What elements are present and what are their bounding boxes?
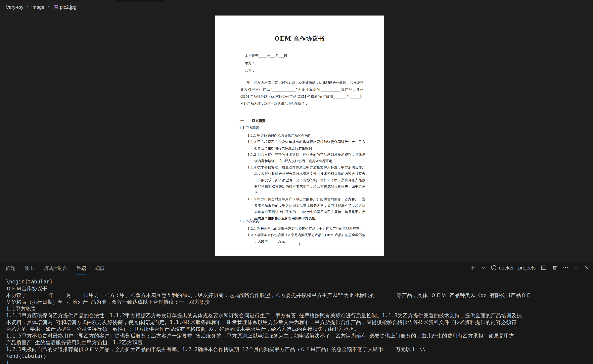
bottom-panel: 问题 输出 调试控制台 终端 端口 — [0, 262, 593, 364]
editor-tab[interactable] — [484, 0, 533, 2]
editor-tab[interactable] — [163, 0, 256, 2]
terminal-line: 1.2.1积极向自己的渠道推荐提供ＯＥＭ产品，全力扩大产品的市场占有率。1.2.… — [6, 346, 593, 353]
scanned-document-page: OEM 合作协议书 本协议于_____年___月___日 甲方： 乙方： 甲、乙… — [222, 22, 377, 249]
kill-terminal-button[interactable] — [552, 265, 558, 271]
terminal-line: 术资料，具体培训内 容和培训方式由双方友好协商，视具体情况而定。1.1.4技术服… — [6, 319, 593, 326]
plus-icon — [470, 265, 476, 271]
terminal-profile-dropdown[interactable] — [481, 265, 486, 270]
tab-debug-console[interactable]: 调试控制台 — [43, 265, 67, 274]
document-preamble: 甲、乙双方本着互惠互利的原则，经友好协商，达成战略合作联盟，乙方委托并授权甲方生… — [240, 79, 363, 107]
clause-1-1-2: 1.1.2 甲方根据乙方每次订单提出的具体规格要求和订货合同进行生产，甲方有责任… — [247, 139, 365, 151]
intro-line-date: 本协议于_____年___月___日 — [245, 52, 287, 59]
chevron-right-icon — [26, 5, 29, 9]
tab-output[interactable]: 输出 — [25, 265, 34, 274]
terminal-output[interactable]: \begin{tabular} ＯＥＭ合作协议书 本协议于_______年___… — [6, 278, 593, 364]
document-intro: 本协议于_____年___月___日 甲方： 乙方： — [245, 52, 287, 74]
panel-tabs: 问题 输出 调试控制台 终端 端口 — [6, 262, 105, 274]
split-terminal-button[interactable] — [541, 265, 547, 271]
document-subheading-1-2: 1.2 乙方职责 — [239, 219, 259, 223]
document-clause-list-2: 1.2.1 积极向自己的渠道推荐提供 OEM 产品，全力扩大产品的市场占有率。 … — [247, 225, 365, 244]
chevron-right-icon — [47, 5, 50, 9]
editor-tab[interactable] — [417, 0, 484, 2]
terminal-list-item[interactable]: $ docker - projects — [491, 265, 536, 271]
terminal-line: 产品质量产 生的售后服务费用则由甲方负担。1.2乙方职责 — [6, 339, 593, 346]
close-panel-button[interactable] — [584, 265, 589, 270]
clause-1-1-4: 1.1.4 技术参数标准、质量管理体系以甲方质量文件为标准，甲方所供合作产品，应… — [247, 164, 365, 196]
image-preview[interactable]: OEM 合作协议书 本协议于_____年___月___日 甲方： 乙方： 甲、乙… — [215, 15, 384, 256]
intro-line-party-a: 甲方： — [245, 59, 287, 67]
maximize-panel-button[interactable] — [574, 265, 579, 270]
intro-line-party-b: 乙方： — [245, 67, 287, 74]
document-subheading-1-1: 1.1 甲方职责 — [239, 125, 259, 130]
breadcrumb-folder-vary-toy[interactable]: Vary-toy — [6, 4, 24, 10]
terminal-line: 1.1.1甲方应确保向乙方提供产品的合法性。1.1.2甲方根据乙方每次订单提出的… — [6, 312, 593, 319]
terminal-line: 1.1.5甲方不负责对最终用户（即乙方的客户）提供售后服务；乙方客户一定要求 售… — [6, 332, 593, 339]
terminal-line: 1 — [6, 359, 593, 364]
svg-text:$: $ — [493, 267, 495, 270]
document-section-heading: 一、双方职责 — [240, 118, 266, 123]
container-icon: $ — [491, 265, 497, 271]
document-clause-list-1: 1.1.1 甲方应确保向乙方提供产品的合法性。 1.1.2 甲方根据乙方每次订单… — [247, 132, 365, 221]
editor-tab[interactable] — [533, 0, 593, 2]
new-terminal-button[interactable] — [470, 265, 476, 271]
editor-tab[interactable] — [0, 0, 68, 2]
terminal-name-label: docker - projects — [499, 265, 536, 271]
editor-tab[interactable] — [68, 0, 116, 2]
clause-1-1-1: 1.1.1 甲方应确保向乙方提供产品的合法性。 — [247, 132, 365, 139]
terminal-line: ＯＥＭ合作协议书 — [6, 285, 593, 292]
tab-terminal[interactable]: 终端 — [76, 265, 86, 274]
image-icon — [53, 5, 58, 10]
terminal-line: 本协议于_______年____月____日甲方：乙方：甲、乙双方本着互惠互利的… — [6, 292, 593, 299]
breadcrumb-file-label: pic2.jpg — [60, 4, 76, 10]
document-title: OEM 合作协议书 — [222, 35, 377, 43]
ellipsis-icon — [563, 265, 569, 271]
chevron-down-icon — [481, 265, 486, 270]
editor-tab-strip — [0, 0, 593, 2]
document-page-number: 1 — [222, 243, 377, 246]
clause-1-1-3: 1.1.3 为乙方提供完善的技术支持，提供全面的产品培训及技术资料，具体培训内容… — [247, 151, 365, 164]
more-actions-button[interactable] — [563, 265, 569, 271]
breadcrumb-file[interactable]: pic2.jpg — [52, 4, 76, 10]
breadcrumb: Vary-toy image pic2.jpg — [0, 2, 593, 12]
tab-problems[interactable]: 问题 — [6, 265, 15, 274]
trash-icon — [552, 265, 558, 271]
close-icon — [584, 265, 589, 270]
editor-tab-active[interactable] — [116, 0, 163, 2]
editor-tab[interactable] — [344, 0, 417, 2]
breadcrumb-folder-image[interactable]: image — [32, 4, 44, 10]
panel-actions: $ docker - projects — [470, 262, 589, 271]
clause-1-1-5: 1.1.5 甲方不负责对最终用户（即乙方的客户）提供售后服务；乙方客户一定要求售… — [247, 196, 365, 221]
terminal-line: \begin{tabular} — [6, 278, 593, 285]
terminal-line: 1.1甲方职责 — [6, 305, 593, 312]
clause-1-2-1: 1.2.1 积极向自己的渠道推荐提供 OEM 产品，全力扩大产品的市场占有率。 — [247, 225, 365, 232]
split-panel-icon — [541, 265, 547, 271]
editor-tab[interactable] — [256, 0, 344, 2]
panel-header: 问题 输出 调试控制台 终端 端口 — [0, 262, 593, 274]
tab-ports[interactable]: 端口 — [95, 265, 105, 274]
terminal-line: \end{tabular} — [6, 353, 593, 359]
editor-area: OEM 合作协议书 本协议于_____年___月___日 甲方： 乙方： 甲、乙… — [0, 12, 593, 262]
chevron-up-icon — [574, 265, 579, 270]
terminal-line: Ｍ价格表（执行日期）至_-_所列产 品为准，双方一致达成以下合作协议：一、双方职… — [6, 299, 593, 305]
terminal-line: 合乙方的 要求，如产品型号，公司名称等须一致性）；甲方所供合作产品没有严格按照 … — [6, 326, 593, 332]
